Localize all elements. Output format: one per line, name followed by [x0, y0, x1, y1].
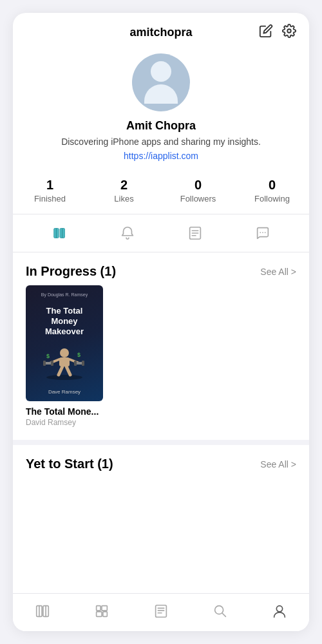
followers-label: Followers	[180, 194, 216, 204]
nav-search[interactable]	[205, 600, 235, 622]
stat-finished[interactable]: 1 Finished	[13, 178, 87, 204]
yet-to-start-see-all[interactable]: See All >	[260, 459, 296, 469]
avatar-head	[151, 61, 171, 82]
following-label: Following	[254, 194, 290, 204]
in-progress-see-all[interactable]: See All >	[260, 267, 296, 277]
stat-following[interactable]: 0 Following	[235, 178, 309, 204]
username: amitchopra	[129, 26, 192, 39]
following-count: 0	[269, 178, 276, 193]
svg-text:$: $	[77, 352, 80, 358]
svg-rect-14	[59, 357, 70, 366]
svg-point-13	[60, 348, 69, 357]
finished-label: Finished	[34, 194, 66, 204]
likes-count: 2	[120, 178, 128, 193]
profile-section: Amit Chopra Discovering iPhone apps and …	[13, 47, 309, 171]
book-cover-content: By Douglas R. Ramsey The TotalMoneyMakeo…	[26, 285, 103, 401]
svg-line-40	[222, 613, 225, 616]
svg-rect-21	[74, 361, 77, 366]
header: amitchopra	[13, 13, 309, 47]
book-title: The Total Mone...	[26, 406, 103, 417]
in-progress-list: By Douglas R. Ramsey The TotalMoneyMakeo…	[13, 285, 309, 440]
nav-reading[interactable]	[28, 600, 57, 622]
stats-row: 1 Finished 2 Likes 0 Followers 0 Followi…	[13, 171, 309, 214]
nav-discover[interactable]	[87, 600, 117, 622]
profile-name: Amit Chopra	[126, 119, 196, 133]
in-progress-header: In Progress (1) See All >	[13, 252, 309, 285]
svg-point-11	[264, 232, 265, 233]
svg-rect-34	[103, 612, 108, 616]
svg-rect-31	[97, 606, 101, 611]
phone-card: amitchopra Amit Chopra	[13, 13, 309, 631]
avatar-placeholder	[144, 61, 178, 104]
svg-text:$: $	[46, 353, 50, 359]
profile-bio: Discovering iPhone apps and sharing my i…	[61, 137, 261, 147]
finished-count: 1	[46, 178, 53, 193]
svg-point-10	[262, 232, 263, 233]
avatar-body	[144, 84, 178, 104]
followers-count: 0	[194, 178, 202, 193]
header-action-icons	[259, 24, 296, 42]
svg-rect-33	[97, 612, 102, 616]
tab-messages[interactable]	[249, 222, 276, 244]
content-area: In Progress (1) See All > By Douglas R. …	[13, 252, 309, 593]
svg-point-0	[287, 29, 291, 33]
svg-rect-18	[43, 361, 46, 366]
edit-icon[interactable]	[259, 24, 273, 42]
yet-to-start-header: Yet to Start (1) See All >	[13, 445, 309, 478]
tab-books[interactable]	[46, 222, 73, 244]
svg-rect-22	[82, 361, 84, 366]
likes-label: Likes	[114, 194, 133, 204]
settings-icon[interactable]	[282, 24, 296, 42]
svg-point-12	[46, 375, 82, 380]
book-author: David Ramsey	[26, 418, 103, 427]
nav-profile[interactable]	[265, 600, 294, 622]
book-item[interactable]: By Douglas R. Ramsey The TotalMoneyMakeo…	[26, 285, 103, 427]
book-illustration: $ $	[42, 345, 87, 381]
svg-rect-19	[51, 361, 53, 366]
svg-line-24	[66, 366, 70, 375]
tab-notifications[interactable]	[114, 222, 141, 244]
svg-rect-32	[102, 606, 107, 611]
svg-line-23	[59, 366, 62, 375]
tab-notes[interactable]	[182, 222, 209, 244]
in-progress-title: In Progress (1)	[26, 264, 116, 279]
yet-to-start-title: Yet to Start (1)	[26, 457, 113, 471]
book-author-cover: Dave Ramsey	[48, 389, 80, 395]
svg-point-41	[276, 606, 282, 612]
section-divider	[13, 440, 309, 445]
bottom-nav	[13, 593, 309, 631]
book-cover: By Douglas R. Ramsey The TotalMoneyMakeo…	[26, 285, 103, 401]
stat-followers[interactable]: 0 Followers	[161, 178, 235, 204]
book-cover-top-text: By Douglas R. Ramsey	[41, 292, 88, 298]
profile-tab-row	[13, 214, 309, 252]
svg-rect-35	[156, 605, 167, 618]
profile-link[interactable]: https://iapplist.com	[124, 151, 198, 161]
svg-point-9	[260, 232, 261, 233]
nav-lists[interactable]	[146, 600, 176, 622]
stat-likes[interactable]: 2 Likes	[87, 178, 161, 204]
avatar	[132, 53, 190, 111]
book-title-cover: The TotalMoneyMakeover	[45, 306, 84, 336]
